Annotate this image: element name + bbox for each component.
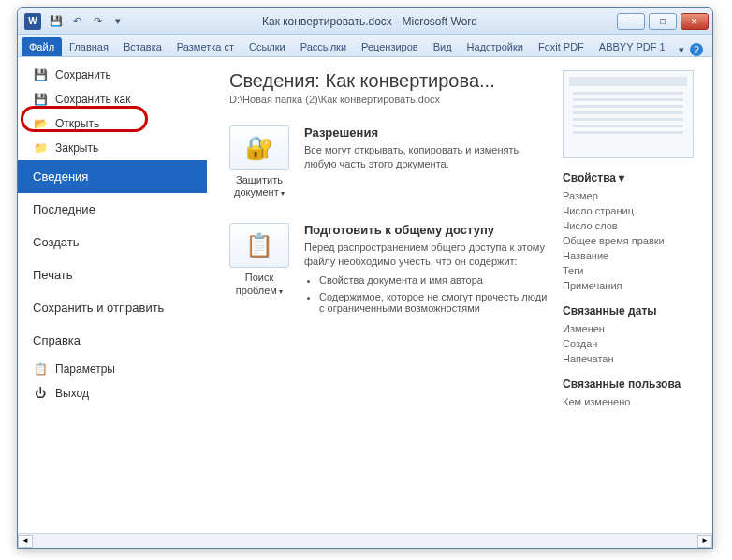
tab-addins[interactable]: Надстройки (460, 37, 531, 56)
qat-save-icon[interactable]: 💾 (48, 13, 65, 30)
protect-document-button[interactable]: 🔐 Защитить документ ▾ (229, 125, 289, 199)
property-row: Изменен (563, 323, 701, 334)
file-menu-label: Печать (33, 268, 73, 282)
ribbon-minimize-icon[interactable]: ▾ (679, 44, 684, 56)
file-menu-label: Сведения (33, 169, 88, 184)
exit-icon: ⏻ (33, 386, 48, 401)
scroll-left-icon[interactable]: ◄ (18, 535, 33, 548)
properties-heading[interactable]: Свойства ▾ (563, 171, 701, 184)
prepare-block: 📋 Поиск проблем ▾ Подготовить к общему д… (229, 223, 549, 319)
prepare-bullet: Содержимое, которое не смогут прочесть л… (319, 291, 549, 314)
file-menu-help[interactable]: Справка (18, 324, 207, 357)
checklist-icon: 📋 (245, 232, 273, 258)
ribbon-tabs: Файл Главная Вставка Разметка ст Ссылки … (18, 35, 712, 57)
property-row: Название (563, 250, 701, 261)
property-row: Число слов (563, 220, 701, 231)
tab-foxit[interactable]: Foxit PDF (531, 37, 592, 56)
file-menu-label: Справка (33, 333, 81, 347)
info-path: D:\Новая папка (2)\Как конвертировать.do… (229, 94, 549, 105)
save-as-icon: 💾 (33, 92, 48, 107)
file-menu-share[interactable]: Сохранить и отправить (18, 291, 207, 324)
tab-mailings[interactable]: Рассылки (293, 37, 354, 56)
dropdown-icon: ▾ (279, 189, 285, 198)
related-people-heading: Связанные пользова (563, 377, 701, 391)
tab-abbyy[interactable]: ABBYY PDF 1 (592, 37, 673, 56)
folder-close-icon: 📁 (33, 140, 48, 155)
property-row: Примечания (563, 280, 701, 291)
property-row: Кем изменено (563, 396, 701, 407)
property-row: Создан (563, 338, 701, 349)
app-window: W 💾 ↶ ↷ ▾ Как конвертировать.docx - Micr… (17, 7, 713, 549)
property-row: Напечатан (563, 353, 701, 364)
close-button[interactable]: ✕ (681, 13, 709, 30)
titlebar: W 💾 ↶ ↷ ▾ Как конвертировать.docx - Micr… (18, 8, 712, 35)
qat-undo-icon[interactable]: ↶ (68, 13, 85, 30)
file-menu-label: Открыть (55, 117, 99, 130)
horizontal-scrollbar[interactable]: ◄ ► (18, 533, 712, 548)
file-menu-save-as[interactable]: 💾Сохранить как (18, 87, 207, 111)
file-menu-open[interactable]: 📂Открыть (18, 111, 207, 136)
permissions-heading: Разрешения (304, 125, 549, 140)
file-menu-label: Закрыть (55, 141, 98, 155)
window-controls: — □ ✕ (613, 13, 709, 30)
file-menu-options[interactable]: 📋Параметры (18, 357, 207, 381)
file-menu-save[interactable]: 💾Сохранить (18, 63, 207, 87)
file-menu-label: Параметры (55, 362, 115, 376)
tab-file[interactable]: Файл (22, 37, 62, 56)
file-menu: 💾Сохранить 💾Сохранить как 📂Открыть 📁Закр… (18, 57, 207, 533)
folder-open-icon: 📂 (33, 116, 48, 131)
file-menu-print[interactable]: Печать (18, 258, 207, 291)
document-thumbnail[interactable] (563, 70, 694, 158)
tab-review[interactable]: Рецензиров (354, 37, 426, 56)
options-icon: 📋 (33, 361, 48, 376)
dropdown-icon: ▾ (277, 287, 283, 296)
button-label: Защитить документ (234, 174, 283, 198)
file-menu-label: Последние (33, 202, 95, 216)
file-menu-label: Сохранить (55, 68, 111, 81)
maximize-button[interactable]: □ (649, 13, 677, 30)
file-menu-info[interactable]: Сведения (18, 160, 207, 193)
prepare-heading: Подготовить к общему доступу (304, 223, 549, 237)
quick-access-toolbar: 💾 ↶ ↷ ▾ (48, 13, 126, 30)
properties-sidebar: Свойства ▾ Размер Число страниц Число сл… (563, 70, 701, 523)
prepare-bullet: Свойства документа и имя автора (319, 274, 549, 286)
lock-key-icon: 🔐 (245, 135, 273, 161)
file-menu-label: Сохранить и отправить (33, 301, 164, 315)
property-row: Размер (563, 190, 701, 201)
tab-insert[interactable]: Вставка (116, 37, 169, 56)
related-dates-heading: Связанные даты (563, 304, 701, 317)
file-menu-label: Создать (33, 235, 79, 249)
tab-home[interactable]: Главная (62, 37, 116, 56)
property-row: Общее время правки (563, 235, 701, 246)
save-disk-icon: 💾 (33, 67, 48, 82)
file-menu-exit[interactable]: ⏻Выход (18, 381, 207, 405)
permissions-text: Все могут открывать, копировать и изменя… (304, 143, 549, 171)
qat-redo-icon[interactable]: ↷ (89, 13, 106, 30)
backstage: 💾Сохранить 💾Сохранить как 📂Открыть 📁Закр… (18, 57, 712, 533)
tab-view[interactable]: Вид (426, 37, 460, 56)
file-menu-new[interactable]: Создать (18, 226, 207, 258)
qat-customize-dropdown[interactable]: ▾ (110, 13, 126, 30)
tab-layout[interactable]: Разметка ст (169, 37, 242, 56)
property-row: Число страниц (563, 205, 701, 216)
info-title: Сведения: Как конвертирова... (229, 70, 549, 92)
prepare-text: Перед распространением общего доступа к … (304, 241, 549, 269)
info-pane: Сведения: Как конвертирова... D:\Новая п… (207, 57, 712, 533)
permissions-block: 🔐 Защитить документ ▾ Разрешения Все мог… (229, 125, 549, 199)
window-title: Как конвертировать.docx - Microsoft Word (126, 15, 613, 28)
info-main: Сведения: Как конвертирова... D:\Новая п… (229, 70, 563, 523)
button-label: Поиск проблем (236, 272, 277, 295)
property-row: Теги (563, 265, 701, 276)
file-menu-label: Выход (55, 387, 89, 400)
file-menu-close[interactable]: 📁Закрыть (18, 136, 207, 160)
minimize-button[interactable]: — (617, 13, 645, 30)
check-issues-button[interactable]: 📋 Поиск проблем ▾ (229, 223, 289, 319)
word-app-icon: W (24, 13, 41, 30)
tab-references[interactable]: Ссылки (242, 37, 293, 56)
file-menu-label: Сохранить как (55, 93, 130, 106)
scroll-right-icon[interactable]: ► (697, 535, 712, 548)
help-icon[interactable]: ? (690, 43, 703, 56)
file-menu-recent[interactable]: Последние (18, 193, 207, 226)
